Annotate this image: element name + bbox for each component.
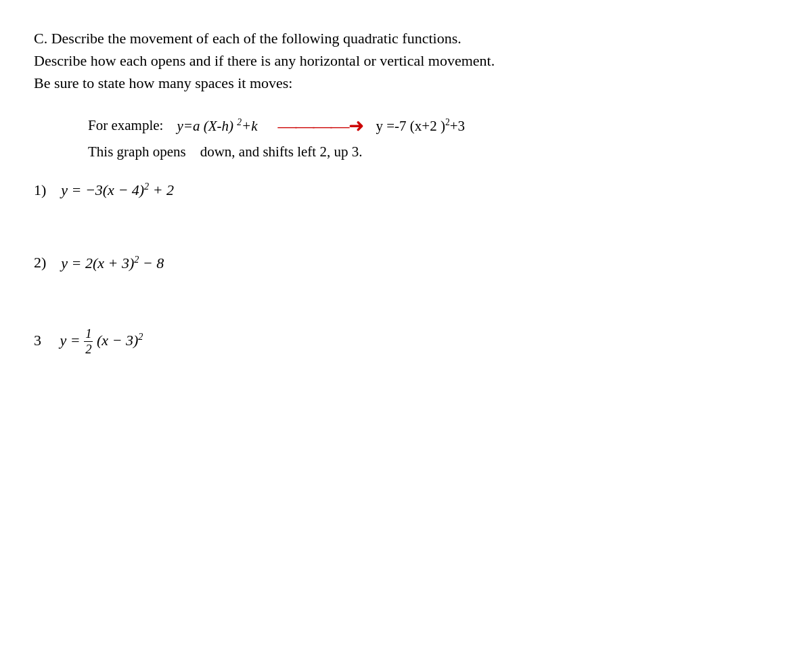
header-line1: C. Describe the movement of each of the …: [34, 27, 778, 49]
problem-2-label: 2) y = 2(x + 3)2 − 8: [34, 253, 778, 271]
for-example-label: For example:: [88, 117, 163, 134]
problem-3-label: 3 y = 1 2 (x − 3)2: [34, 326, 778, 357]
problem-2-section: 2) y = 2(x + 3)2 − 8: [34, 253, 778, 271]
graph-opens-prefix: This graph opens: [88, 144, 186, 160]
graph-opens-row: This graph opens down, and shifts left 2…: [88, 144, 778, 160]
problem-1-label: 1) y = −3(x − 4)2 + 2: [34, 181, 778, 199]
problem-3-number: 3: [34, 332, 41, 349]
problem-1-equation: y = −3(x − 4)2 + 2: [61, 181, 174, 198]
problem-3-equation: y = 1 2 (x − 3)2: [60, 332, 143, 349]
example-section: For example: y=a (X-h) 2+k ————➜ y =-7 (…: [88, 114, 778, 160]
fraction-half: 1 2: [84, 326, 93, 357]
problem-1-number: 1): [34, 181, 46, 198]
problem-1-section: 1) y = −3(x − 4)2 + 2: [34, 181, 778, 199]
problem-2-number: 2): [34, 255, 46, 271]
graph-opens-detail: down, and shifts left 2, up 3.: [200, 144, 363, 160]
header-section: C. Describe the movement of each of the …: [34, 27, 778, 94]
result-formula: y =-7 (x+2 )2+3: [376, 117, 466, 135]
header-line3: Be sure to state how many spaces it move…: [34, 72, 778, 94]
problem-3-section: 3 y = 1 2 (x − 3)2: [34, 326, 778, 357]
header-line2: Describe how each opens and if there is …: [34, 49, 778, 72]
example-formula-row: For example: y=a (X-h) 2+k ————➜ y =-7 (…: [88, 114, 778, 137]
problem-2-equation: y = 2(x + 3)2 − 8: [61, 255, 164, 271]
arrow-icon: ————➜: [278, 114, 363, 137]
formula-left: y=a (X-h) 2+k: [177, 117, 257, 135]
